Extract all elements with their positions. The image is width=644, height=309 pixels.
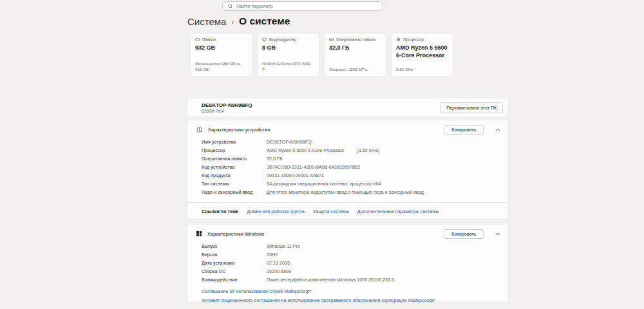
- spec-row-os-build: Сборка ОС 26200.6899: [202, 268, 508, 277]
- device-specs-section: Характеристики устройства Копировать Имя…: [187, 120, 509, 220]
- breadcrumb: Система › О системе: [187, 15, 290, 27]
- spec-value: AMD Ryzen 5 5600 6-Core Processor: [267, 147, 357, 153]
- card-label: Оперативная память: [336, 37, 375, 42]
- spec-row-processor: Процессор AMD Ryzen 5 5600 6-Core Proces…: [202, 147, 508, 156]
- spec-label: Сборка ОС: [202, 268, 267, 274]
- spec-row-version: Версия 25H2: [202, 252, 508, 260]
- spec-value: 25H2: [267, 252, 357, 258]
- spec-row-ram: Оперативная память 32,0 ГБ: [202, 156, 508, 164]
- spec-label: Имя устройства: [202, 139, 267, 145]
- windows-specs-section: Характеристики Windows Копировать Выпуск…: [187, 224, 509, 303]
- spec-value: 32,0 ГБ: [267, 156, 357, 162]
- spec-row-product-id: Код продукта 00331-10000-00001-AA871: [202, 173, 508, 181]
- card-storage[interactable]: Память 932 GB Используется 155 GB из 932…: [190, 33, 252, 77]
- spec-row-device-id: Код устройства 1B74CC6D-3331-43D9-8AB6-6…: [202, 164, 508, 173]
- link-domain-workgroup[interactable]: Домен или рабочая группа: [247, 209, 305, 214]
- card-gpu[interactable]: Видеоадаптер 8 GB NVIDIA GeForce RTX 406…: [257, 33, 319, 77]
- related-links-label: Ссылки по теме: [202, 209, 238, 214]
- spec-label: Код продукта: [202, 173, 267, 178]
- related-links: Ссылки по теме Домен или рабочая группа …: [187, 203, 508, 214]
- card-label: Видеоадаптер: [269, 37, 296, 42]
- spec-value: 1B74CC6D-3331-43D9-8AB6-643832697B62: [267, 164, 360, 170]
- card-value: 932 GB: [195, 44, 247, 52]
- copy-windows-specs-button[interactable]: Копировать: [444, 229, 484, 239]
- spec-row-edition: Выпуск Windows 11 Pro: [202, 243, 508, 252]
- windows-logo-icon: [196, 231, 202, 236]
- spec-value: 00331-10000-00001-AA871: [267, 173, 357, 178]
- spec-label: Тип системы: [202, 181, 267, 187]
- device-name: DESKTOP-N9H9BFQ: [202, 102, 252, 108]
- spec-extra: (3.50 GHz): [357, 147, 379, 153]
- search-input[interactable]: [236, 3, 377, 9]
- card-value: 32,0 ГБ: [329, 44, 381, 52]
- spec-label: Взаимодействие: [202, 277, 267, 283]
- card-label: Память: [202, 37, 216, 42]
- page-title: О системе: [239, 15, 290, 27]
- spec-value: 02.10.2025: [267, 260, 357, 266]
- link-advanced-system-settings[interactable]: Дополнительные параметры системы: [357, 209, 439, 214]
- breadcrumb-separator: ›: [231, 17, 234, 26]
- spec-row-install-date: Дата установки 02.10.2025: [202, 260, 508, 268]
- card-ram[interactable]: Оперативная память 32,0 ГБ Скорость: 320…: [324, 33, 386, 77]
- card-value: 8 GB: [262, 44, 314, 52]
- spec-label: Версия: [202, 252, 267, 258]
- card-detail: Используется 155 GB из 932 GB: [195, 61, 247, 72]
- card-cpu[interactable]: Процессор AMD Ryzen 5 5600 6-Core Proces…: [391, 33, 453, 77]
- storage-icon: [195, 37, 200, 42]
- chevron-up-icon[interactable]: [495, 232, 500, 236]
- spec-label: Оперативная память: [202, 156, 267, 162]
- device-spec-rows: Имя устройства DESKTOP-N9H9BFQ Процессор…: [187, 138, 508, 198]
- spec-value: Для этого монитора недоступен ввод с пом…: [267, 189, 424, 195]
- rename-pc-button[interactable]: Переименовать этот ПК: [440, 102, 503, 113]
- copy-device-specs-button[interactable]: Копировать: [444, 125, 484, 135]
- device-specs-header[interactable]: Характеристики устройства Копировать: [187, 120, 508, 138]
- gpu-icon: [262, 37, 267, 42]
- device-model: B550M Pro4: [202, 109, 252, 113]
- card-label: Процессор: [403, 37, 424, 42]
- search-box[interactable]: [222, 1, 383, 11]
- spec-value: 26200.6899: [267, 268, 357, 274]
- spec-value: Windows 11 Pro: [267, 243, 357, 249]
- summary-cards: Память 932 GB Используется 155 GB из 932…: [190, 33, 453, 77]
- card-detail: NVIDIA GeForce RTX 4060 Ti: [262, 61, 314, 72]
- cpu-icon: [396, 37, 401, 42]
- spec-value: Пакет интерфейса компонентов Windows 100…: [267, 277, 394, 283]
- link-services-agreement[interactable]: Соглашение об использовании служб Майкро…: [202, 288, 508, 294]
- section-title: Характеристики устройства: [208, 127, 270, 133]
- search-icon: [228, 4, 233, 9]
- spec-row-system-type: Тип системы 64-разрядная операционная си…: [202, 181, 508, 189]
- spec-label: Выпуск: [202, 243, 267, 249]
- windows-specs-header[interactable]: Характеристики Windows Копировать: [187, 225, 508, 243]
- spec-row-device-name: Имя устройства DESKTOP-N9H9BFQ: [202, 139, 508, 147]
- breadcrumb-system[interactable]: Система: [187, 16, 226, 27]
- chevron-up-icon[interactable]: [495, 128, 500, 131]
- card-detail: 3.50 GHz: [396, 67, 448, 72]
- spec-label: Перо и сенсорный ввод: [202, 189, 267, 195]
- settings-about-page: Система › О системе Память 932 GB Исполь…: [0, 0, 644, 309]
- spec-label: Дата установки: [202, 260, 267, 266]
- card-value: AMD Ryzen 5 5600 6-Core Processor: [396, 44, 448, 59]
- link-system-protection[interactable]: Защита системы: [313, 209, 349, 214]
- spec-value: DESKTOP-N9H9BFQ: [267, 139, 357, 145]
- windows-legal-links: Соглашение об использовании служб Майкро…: [187, 285, 508, 303]
- windows-spec-rows: Выпуск Windows 11 Pro Версия 25H2 Дата у…: [187, 243, 508, 285]
- card-detail: Скорость: 3200 МТ/с: [329, 67, 381, 72]
- device-name-bar: DESKTOP-N9H9BFQ B550M Pro4 Переименовать…: [187, 98, 509, 117]
- spec-value: 64-разрядная операционная система, проце…: [267, 181, 381, 187]
- spec-label: Код устройства: [202, 164, 267, 170]
- spec-label: Процессор: [202, 147, 267, 153]
- spec-row-pen-touch: Перо и сенсорный ввод Для этого монитора…: [202, 189, 508, 198]
- ram-icon: [329, 37, 334, 42]
- info-icon: [196, 127, 202, 133]
- section-title: Характеристики Windows: [207, 231, 264, 237]
- spec-row-experience: Взаимодействие Пакет интерфейса компонен…: [202, 277, 508, 285]
- link-license-terms[interactable]: Условия лицензионного соглашения на испо…: [202, 297, 508, 303]
